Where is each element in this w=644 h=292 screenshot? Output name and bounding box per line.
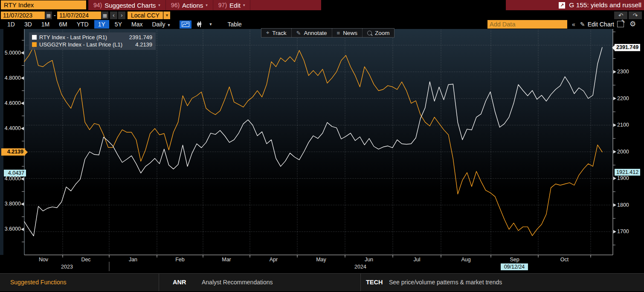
footer-function-desc: See price/volume patterns & market trend… bbox=[389, 274, 502, 291]
divider bbox=[159, 274, 159, 291]
legend-row: RTY Index - Last Price (R1)2391.749 bbox=[32, 34, 152, 41]
track-button[interactable]: ⌖Track bbox=[261, 29, 292, 37]
footer-function-desc: Analyst Recommendations bbox=[202, 274, 273, 291]
tool-label: Zoom bbox=[375, 30, 390, 36]
legend-value: 2391.749 bbox=[127, 34, 152, 40]
legend-swatch bbox=[32, 35, 37, 40]
divider bbox=[360, 274, 361, 291]
chart-legend[interactable]: RTY Index - Last Price (R1)2391.749USGG2… bbox=[29, 32, 156, 50]
legend-row: USGG2YR Index - Last Price (L1)4.2139 bbox=[32, 41, 152, 48]
chart-region: RTY Index - Last Price (R1)2391.749USGG2… bbox=[0, 0, 644, 292]
magnifier-icon bbox=[367, 31, 372, 35]
news-button[interactable]: ≡News bbox=[332, 29, 363, 37]
news-icon: ≡ bbox=[337, 30, 340, 36]
legend-value: 4.2139 bbox=[127, 41, 152, 48]
footer-function-code[interactable]: TECH bbox=[366, 274, 383, 291]
footer-function-code[interactable]: ANR bbox=[173, 274, 186, 291]
chart-tools: ⌖Track✎Annotate≡NewsZoom bbox=[261, 28, 395, 38]
legend-swatch bbox=[32, 42, 37, 47]
legend-label: USGG2YR Index - Last Price (L1) bbox=[39, 41, 122, 48]
legend-label: RTY Index - Last Price (R1) bbox=[39, 34, 107, 40]
tool-label: Annotate bbox=[304, 30, 327, 36]
track-icon: ⌖ bbox=[266, 29, 269, 36]
annotate-button[interactable]: ✎Annotate bbox=[292, 29, 332, 37]
annotate-icon: ✎ bbox=[296, 30, 301, 36]
bloomberg-chart-window: RTY Index 94)Suggested Charts▾96)Actions… bbox=[0, 0, 644, 292]
zoom-button[interactable]: Zoom bbox=[363, 29, 395, 37]
tool-label: Track bbox=[272, 30, 286, 36]
suggested-functions-label: Suggested Functions bbox=[10, 274, 67, 291]
suggested-functions-bar: Suggested Functions ANRAnalyst Recommend… bbox=[0, 273, 644, 291]
tool-label: News bbox=[343, 30, 357, 36]
